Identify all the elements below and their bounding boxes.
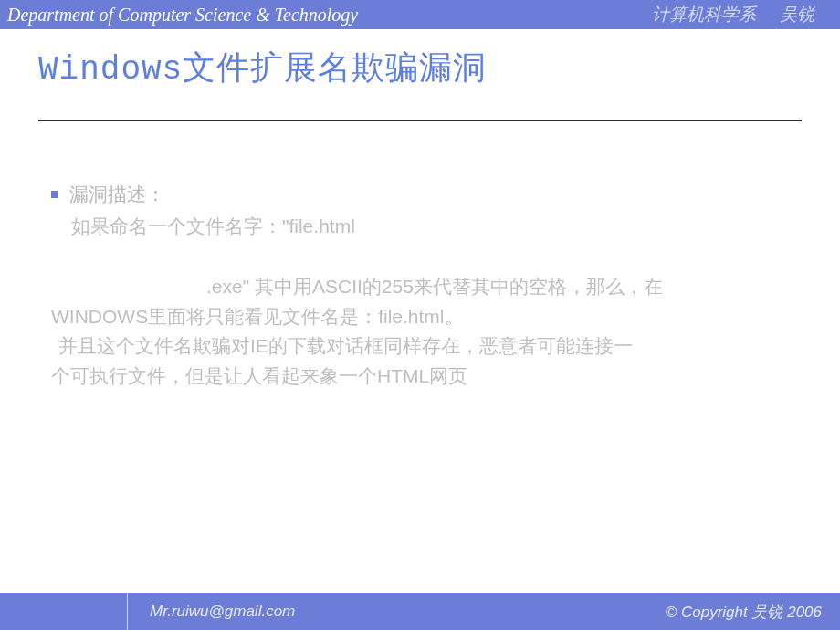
body-line-3: WINDOWS里面将只能看见文件名是：file.html。 <box>51 302 802 332</box>
content-area: 漏洞描述： 如果命名一个文件名字："file.html .exe" 其中用ASC… <box>0 121 840 391</box>
body-line-1: 如果命名一个文件名字："file.html <box>51 212 802 242</box>
bullet-heading: 漏洞描述： <box>69 180 165 210</box>
body-line-4: 并且这个文件名欺骗对IE的下载对话框同样存在，恶意者可能连接一 <box>51 331 802 362</box>
footer-bar: Mr.ruiwu@gmail.com © Copyright 吴锐 2006 <box>0 593 840 630</box>
header-author: 吴锐 <box>780 3 814 26</box>
slide-title: Windows文件扩展名欺骗漏洞 <box>0 29 840 90</box>
header-department-en: Department of Computer Science & Technol… <box>7 5 652 26</box>
footer-left-cell <box>0 593 128 630</box>
header-bar: Department of Computer Science & Technol… <box>0 0 840 29</box>
body-line-5: 个可执行文件，但是让人看起来象一个HTML网页 <box>51 362 802 392</box>
footer-email: Mr.ruiwu@gmail.com <box>128 603 666 621</box>
spacing-gap <box>51 241 802 272</box>
bullet-line: 漏洞描述： <box>51 180 802 210</box>
square-bullet-icon <box>51 191 58 198</box>
body-line-2: .exe" 其中用ASCII的255来代替其中的空格，那么，在 <box>51 272 802 302</box>
footer-copyright: © Copyright 吴锐 2006 <box>666 602 840 623</box>
header-department-cn: 计算机科学系 <box>652 3 756 26</box>
